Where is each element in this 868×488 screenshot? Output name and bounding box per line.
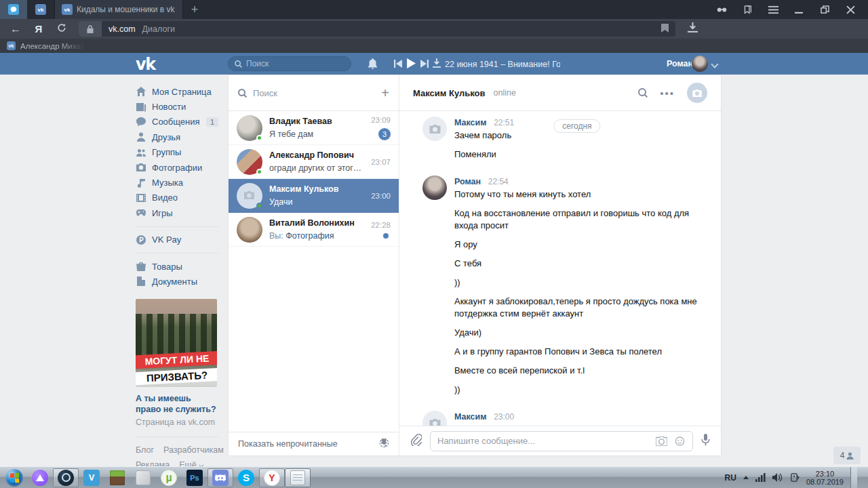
chat-item-vladik[interactable]: Владик Таевав Я тебе дам 23:09 3 <box>229 111 399 145</box>
vk-top-bar: vk Поиск 22 июня 1941 – Внимание! Гово..… <box>0 53 868 75</box>
message-author[interactable]: Максим <box>454 412 487 422</box>
downloads-icon[interactable] <box>686 22 698 35</box>
player-previous-icon[interactable] <box>394 58 402 68</box>
attach-paperclip-icon[interactable] <box>410 434 422 448</box>
footer-link-blog[interactable]: Блог <box>136 445 154 455</box>
close-button[interactable] <box>845 5 856 14</box>
player-play-icon[interactable] <box>406 58 416 68</box>
account-menu-chevron-icon[interactable] <box>711 60 718 68</box>
sidebar-item-groups[interactable]: Группы <box>136 145 218 160</box>
bookmark-flag-icon[interactable] <box>661 24 669 35</box>
notifications-bell-icon[interactable] <box>368 58 378 69</box>
sidebar-item-my-page[interactable]: Моя Страница <box>136 84 218 99</box>
chat-item-popovich[interactable]: Александр Попович огради других от этого… <box>229 145 399 179</box>
ssl-lock-icon[interactable] <box>79 21 102 37</box>
yandex-button[interactable]: Я <box>33 23 45 35</box>
message-text: Я ору <box>454 239 707 252</box>
sidebar-item-music[interactable]: Музыка <box>136 175 218 190</box>
player-next-icon[interactable] <box>420 58 429 68</box>
voice-message-mic-icon[interactable] <box>701 434 710 449</box>
sidebar-item-documents[interactable]: Документы <box>136 274 218 289</box>
message-input-placeholder: Напишите сообщение... <box>437 436 649 446</box>
bookmarks-panel-icon[interactable] <box>742 5 753 14</box>
back-button[interactable]: ← <box>9 23 22 35</box>
taskbar-clock[interactable]: 23:10 08.07.2019 <box>806 470 844 486</box>
footer-link-developers[interactable]: Разработчикам <box>163 445 224 455</box>
conversation-avatar[interactable] <box>687 83 707 103</box>
search-icon <box>235 60 242 68</box>
minimize-button[interactable] <box>793 5 804 14</box>
avatar[interactable] <box>422 176 447 200</box>
chat-item-volonihin[interactable]: Виталий Волонихин Вы: Фотография 22:28 <box>229 213 399 247</box>
player-track-title[interactable]: 22 июня 1941 – Внимание! Гово... <box>445 60 560 69</box>
message-author[interactable]: Роман <box>454 177 481 186</box>
sidebar-item-messages[interactable]: Сообщения 1 <box>136 115 218 129</box>
camera-icon <box>244 191 255 200</box>
bookmark-item[interactable]: Александр Михай <box>20 42 85 50</box>
taskbar-minecraft-icon[interactable] <box>104 468 130 487</box>
ad-image[interactable]: МОГУТ ЛИ НЕ ПРИЗВАТЬ? <box>136 299 217 387</box>
settings-gear-icon[interactable] <box>379 438 389 450</box>
new-tab-button[interactable]: + <box>183 0 206 19</box>
url-field[interactable]: vk.com Диалоги <box>79 21 675 37</box>
emoji-smiley-icon[interactable] <box>674 436 686 446</box>
start-button[interactable] <box>1 468 27 487</box>
pinned-tab-messenger[interactable] <box>0 0 27 19</box>
shopping-bag-icon <box>136 262 146 272</box>
taskbar-notepad-icon[interactable] <box>285 468 311 487</box>
messages-count-badge: 1 <box>206 117 218 127</box>
chat-search-input[interactable]: Поиск <box>253 88 277 98</box>
taskbar-steam-icon[interactable] <box>53 468 79 487</box>
reload-button[interactable] <box>56 23 68 35</box>
network-signal-icon[interactable] <box>755 473 766 482</box>
active-tab[interactable]: vk Кидалы и мошенники в vk <box>54 0 183 19</box>
sidebar-item-market[interactable]: Товары <box>136 259 218 274</box>
conversation-title[interactable]: Максим Кульков <box>413 88 486 98</box>
taskbar-utorrent-icon[interactable]: µ <box>156 468 182 487</box>
message-author[interactable]: Максим <box>454 118 487 127</box>
show-desktop-button[interactable] <box>850 467 857 488</box>
track-download-icon[interactable] <box>433 58 441 68</box>
friends-online-widget[interactable]: 4 <box>833 447 861 464</box>
ad-banner-line1: МОГУТ ЛИ НЕ <box>136 350 217 369</box>
show-unread-link[interactable]: Показать непрочитанные <box>238 439 338 449</box>
volume-speaker-icon[interactable] <box>772 473 783 482</box>
restore-button[interactable] <box>819 5 830 14</box>
search-icon <box>238 89 247 98</box>
photo-camera-icon[interactable] <box>656 436 667 446</box>
sidebar-item-friends[interactable]: Друзья <box>136 129 218 144</box>
taskbar-yandex-browser-icon[interactable]: Y <box>259 468 285 487</box>
taskbar-app-icon[interactable] <box>130 468 156 487</box>
taskbar-skype-icon[interactable]: S <box>233 468 259 487</box>
new-conversation-button[interactable]: + <box>381 85 389 101</box>
chat-item-kulkov-selected[interactable]: Максим Кульков Удачи 23:00 <box>229 179 399 213</box>
usb-device-icon[interactable] <box>789 473 800 482</box>
ad-title-link[interactable]: А ты имеешь право не служить? <box>136 393 217 415</box>
sidebar-item-news[interactable]: Новости <box>136 99 218 114</box>
avatar-camera-placeholder[interactable] <box>422 411 447 426</box>
tray-expand-icon[interactable] <box>743 476 749 479</box>
taskbar-vimeworld-icon[interactable]: V <box>79 468 104 487</box>
vk-favicon-icon: vk <box>35 4 46 15</box>
incognito-glasses-icon[interactable] <box>716 5 727 14</box>
top-bar-avatar[interactable] <box>692 56 708 72</box>
taskbar-discord-icon[interactable] <box>208 468 233 487</box>
avatar-camera-placeholder[interactable] <box>422 117 447 141</box>
language-indicator[interactable]: RU <box>725 473 736 483</box>
taskbar-photoshop-icon[interactable]: Ps <box>182 468 208 487</box>
sidebar-item-vk-pay[interactable]: VK Pay <box>136 232 218 247</box>
sidebar-item-video[interactable]: Видео <box>136 190 218 205</box>
taskbar-alice-icon[interactable] <box>27 468 53 487</box>
conversation-menu-icon[interactable]: ••• <box>660 87 675 99</box>
sidebar-ad[interactable]: МОГУТ ЛИ НЕ ПРИЗВАТЬ? А ты имеешь право … <box>136 299 217 427</box>
message-input[interactable]: Напишите сообщение... <box>430 431 693 451</box>
pinned-tab-vk[interactable]: vk <box>27 0 54 19</box>
chat-time: 22:28 <box>371 221 391 229</box>
vk-logo[interactable]: vk <box>136 55 155 74</box>
sidebar-item-games[interactable]: Игры <box>136 205 218 220</box>
sidebar-item-photos[interactable]: Фотографии <box>136 160 218 175</box>
global-search-input[interactable]: Поиск <box>228 56 351 71</box>
conversation-search-icon[interactable] <box>638 88 648 98</box>
top-bar-username[interactable]: Роман <box>667 59 693 68</box>
menu-hamburger-icon[interactable] <box>768 5 778 14</box>
